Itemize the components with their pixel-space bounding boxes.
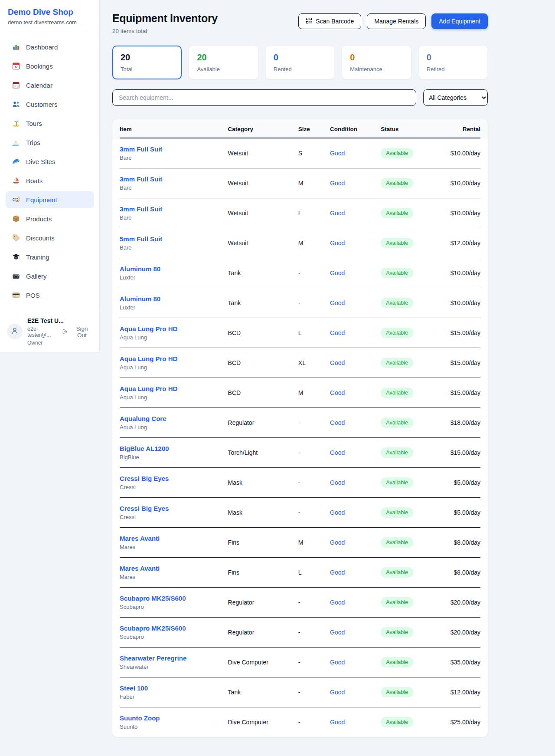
table-row[interactable]: Aluminum 80 Luxfer Tank - Good Available…	[120, 288, 480, 318]
item-condition-link[interactable]: Good	[330, 210, 345, 217]
table-row[interactable]: 5mm Full Suit Bare Wetsuit M Good Availa…	[120, 228, 480, 258]
table-row[interactable]: Cressi Big Eyes Cressi Mask - Good Avail…	[120, 498, 480, 528]
stat-card-rented[interactable]: 0 Rented	[265, 46, 335, 79]
table-row[interactable]: Shearwater Peregrine Shearwater Dive Com…	[120, 648, 480, 677]
item-name-link[interactable]: Aqua Lung Pro HD	[120, 355, 228, 362]
item-name-link[interactable]: Mares Avanti	[120, 535, 228, 542]
sidebar-item-pos[interactable]: POS	[6, 286, 94, 304]
stat-card-retired[interactable]: 0 Retired	[418, 46, 488, 79]
item-condition-link[interactable]: Good	[330, 389, 345, 396]
sign-out-button[interactable]: Sign Out	[62, 325, 93, 339]
table-row[interactable]: Steel 100 Faber Tank - Good Available $1…	[120, 677, 480, 707]
item-condition-link[interactable]: Good	[330, 419, 345, 426]
sidebar-item-dashboard[interactable]: Dashboard	[6, 38, 94, 56]
manage-rentals-button[interactable]: Manage Rentals	[367, 13, 426, 29]
item-condition-link[interactable]: Good	[330, 270, 345, 276]
table-row[interactable]: 3mm Full Suit Bare Wetsuit L Good Availa…	[120, 198, 480, 228]
sidebar-item-bookings[interactable]: 17 Bookings	[6, 57, 94, 75]
item-name-link[interactable]: Steel 100	[120, 684, 228, 692]
item-condition-link[interactable]: Good	[330, 449, 345, 456]
table-row[interactable]: Aqua Lung Pro HD Aqua Lung BCD L Good Av…	[120, 318, 480, 348]
item-name-link[interactable]: 3mm Full Suit	[120, 175, 228, 183]
item-name-link[interactable]: BigBlue AL1200	[120, 445, 228, 452]
sidebar-item-calendar[interactable]: Calendar	[6, 76, 94, 94]
sidebar-item-training[interactable]: Training	[6, 248, 94, 266]
table-row[interactable]: Mares Avanti Mares Fins L Good Available…	[120, 558, 480, 588]
item-condition-link[interactable]: Good	[330, 599, 345, 606]
item-name-link[interactable]: Scubapro MK25/S600	[120, 625, 228, 632]
item-condition-link[interactable]: Good	[330, 299, 345, 306]
sidebar-item-boats[interactable]: Boats	[6, 172, 94, 189]
item-condition-link[interactable]: Good	[330, 539, 345, 546]
item-condition-link[interactable]: Good	[330, 509, 345, 516]
sidebar-item-trips[interactable]: Trips	[6, 134, 94, 151]
table-row[interactable]: Mares Avanti Mares Fins M Good Available…	[120, 528, 480, 558]
category-select[interactable]: All Categories	[423, 89, 488, 106]
item-name-link[interactable]: Cressi Big Eyes	[120, 505, 228, 512]
items-total: 20 items total	[112, 28, 218, 34]
item-name-link[interactable]: Suunto Zoop	[120, 714, 228, 722]
sidebar-item-discounts[interactable]: Discounts	[6, 229, 94, 247]
item-name-link[interactable]: 5mm Full Suit	[120, 235, 228, 243]
item-condition-link[interactable]: Good	[330, 150, 345, 157]
item-name-link[interactable]: Aqua Lung Pro HD	[120, 325, 228, 332]
item-category: Fins	[228, 528, 298, 558]
sidebar-item-products[interactable]: Products	[6, 210, 94, 227]
item-condition-link[interactable]: Good	[330, 180, 345, 187]
sidebar-item-tours[interactable]: Tours	[6, 115, 94, 132]
stat-card-total[interactable]: 20 Total	[112, 46, 182, 79]
table-row[interactable]: 3mm Full Suit Bare Wetsuit S Good Availa…	[120, 138, 480, 168]
item-condition-link[interactable]: Good	[330, 659, 345, 666]
table-row[interactable]: 3mm Full Suit Bare Wetsuit M Good Availa…	[120, 168, 480, 198]
stat-label: Maintenance	[350, 66, 403, 72]
search-input[interactable]	[112, 89, 416, 106]
table-row[interactable]: Aluminum 80 Luxfer Tank - Good Available…	[120, 258, 480, 288]
stat-card-maintenance[interactable]: 0 Maintenance	[342, 46, 411, 79]
item-name-link[interactable]: Aqualung Core	[120, 415, 228, 422]
item-category: Wetsuit	[228, 228, 298, 258]
table-row[interactable]: BigBlue AL1200 BigBlue Torch/Light - Goo…	[120, 438, 480, 468]
item-name-link[interactable]: Mares Avanti	[120, 565, 228, 572]
column-header-rental: Rental	[437, 119, 480, 138]
sidebar-item-label: Trips	[26, 139, 40, 146]
item-size: -	[298, 707, 330, 737]
add-equipment-button[interactable]: Add Equipment	[431, 13, 488, 29]
item-brand: Bare	[120, 214, 228, 221]
table-row[interactable]: Aqualung Core Aqua Lung Regulator - Good…	[120, 408, 480, 438]
table-row[interactable]: Scubapro MK25/S600 Scubapro Regulator - …	[120, 588, 480, 618]
item-name-link[interactable]: Aluminum 80	[120, 295, 228, 302]
sidebar-item-customers[interactable]: Customers	[6, 95, 94, 113]
item-condition-link[interactable]: Good	[330, 479, 345, 486]
sidebar-item-gallery[interactable]: Gallery	[6, 267, 94, 285]
item-condition-link[interactable]: Good	[330, 329, 345, 336]
item-condition-link[interactable]: Good	[330, 569, 345, 576]
table-row[interactable]: Aqua Lung Pro HD Aqua Lung BCD M Good Av…	[120, 378, 480, 408]
item-condition-link[interactable]: Good	[330, 240, 345, 247]
sidebar-item-label: Bookings	[26, 62, 53, 70]
item-size: -	[298, 498, 330, 528]
item-condition-link[interactable]: Good	[330, 689, 345, 696]
item-name-link[interactable]: Cressi Big Eyes	[120, 475, 228, 482]
item-rental-rate: $10.00/day	[437, 198, 480, 228]
scan-barcode-button[interactable]: Scan Barcode	[298, 13, 361, 29]
sidebar-item-dive-sites[interactable]: Dive Sites	[6, 153, 94, 170]
brand-title[interactable]: Demo Dive Shop	[8, 7, 91, 17]
item-name-link[interactable]: Shearwater Peregrine	[120, 654, 228, 662]
item-category: Torch/Light	[228, 438, 298, 468]
stat-value: 0	[427, 53, 480, 62]
item-name-link[interactable]: Scubapro MK25/S600	[120, 595, 228, 602]
item-condition-link[interactable]: Good	[330, 629, 345, 636]
item-name-link[interactable]: 3mm Full Suit	[120, 205, 228, 213]
stat-card-available[interactable]: 20 Available	[189, 46, 258, 79]
sidebar-item-equipment[interactable]: Equipment	[6, 191, 94, 208]
table-row[interactable]: Suunto Zoop Suunto Dive Computer - Good …	[120, 707, 480, 737]
item-condition-link[interactable]: Good	[330, 359, 345, 366]
table-row[interactable]: Scubapro MK25/S600 Scubapro Regulator - …	[120, 618, 480, 648]
item-name-link[interactable]: Aluminum 80	[120, 265, 228, 273]
item-name-link[interactable]: 3mm Full Suit	[120, 145, 228, 153]
item-size: L	[298, 198, 330, 228]
table-row[interactable]: Cressi Big Eyes Cressi Mask - Good Avail…	[120, 468, 480, 498]
item-condition-link[interactable]: Good	[330, 719, 345, 726]
item-name-link[interactable]: Aqua Lung Pro HD	[120, 385, 228, 392]
table-row[interactable]: Aqua Lung Pro HD Aqua Lung BCD XL Good A…	[120, 348, 480, 378]
